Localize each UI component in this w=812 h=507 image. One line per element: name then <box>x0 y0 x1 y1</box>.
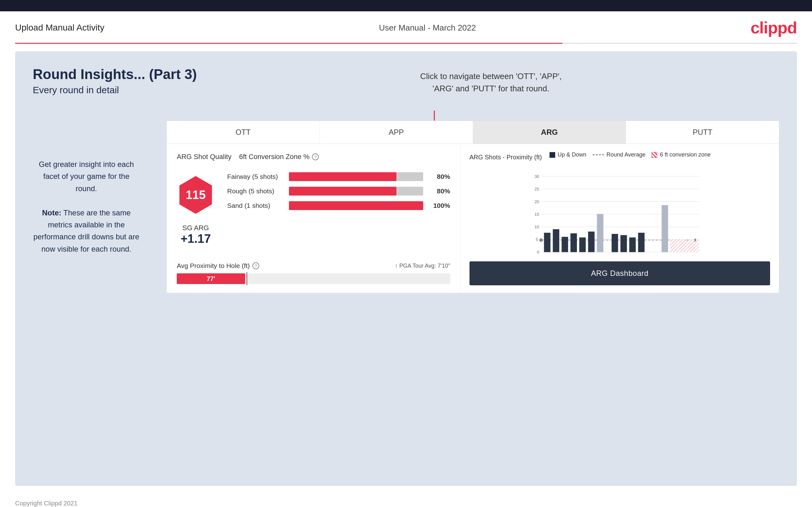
tab-arg[interactable]: ARG <box>473 121 626 144</box>
legend-dashed-icon <box>593 154 604 155</box>
arg-shots-header: ARG Shots - Proximity (ft) Up & Down Rou… <box>469 152 770 163</box>
svg-rect-31 <box>661 205 668 252</box>
svg-text:20: 20 <box>535 199 539 204</box>
arg-header: ARG Shot Quality 6ft Conversion Zone % ? <box>177 153 450 161</box>
bar-pct-sand: 100% <box>428 202 450 210</box>
legend-square-icon <box>550 152 555 158</box>
svg-rect-26 <box>597 214 603 252</box>
insight-text-1: Get greater insight into each facet of y… <box>39 160 134 193</box>
svg-rect-34 <box>688 240 695 252</box>
tabs-row: OTT APP ARG PUTT <box>167 121 779 144</box>
svg-rect-30 <box>638 233 645 252</box>
bar-container-rough <box>289 187 423 195</box>
shot-label-fairway: Fairway (5 shots) <box>227 173 284 180</box>
svg-point-18 <box>539 238 543 242</box>
proximity-bar-container: 77' <box>177 273 450 284</box>
page-title: Round Insights... (Part 3) <box>33 66 779 82</box>
arg-zone-label: 6ft Conversion Zone % ? <box>239 153 319 161</box>
shot-row: Rough (5 shots) 80% <box>227 187 450 195</box>
tab-ott[interactable]: OTT <box>167 121 320 144</box>
legend-item-updown: Up & Down <box>550 152 587 158</box>
tab-putt[interactable]: PUTT <box>626 121 779 144</box>
arg-quality-label: ARG Shot Quality <box>177 153 232 161</box>
svg-rect-24 <box>579 237 586 252</box>
bar-container-sand <box>289 201 423 210</box>
svg-text:10: 10 <box>535 225 539 229</box>
sg-value: +1.17 <box>181 232 211 246</box>
shot-rows: Fairway (5 shots) 80% Rough (5 shots) <box>227 172 450 210</box>
header-center-label: User Manual - March 2022 <box>379 23 476 33</box>
svg-text:5: 5 <box>536 237 538 242</box>
hex-shape: 115 <box>177 176 215 214</box>
svg-rect-21 <box>553 229 559 252</box>
proximity-section: Avg Proximity to Hole (ft) ? ↑ PGA Tour … <box>177 262 450 284</box>
header-left: Upload Manual Activity <box>15 23 104 33</box>
insight-text: Get greater insight into each facet of y… <box>33 158 140 255</box>
bar-fill-sand <box>289 201 423 210</box>
chart-title: ARG Shots - Proximity (ft) <box>469 154 542 161</box>
chart-legend: Up & Down Round Average 6 ft conversion … <box>550 152 711 158</box>
svg-rect-32 <box>670 240 677 252</box>
bar-fill-rough <box>289 187 396 195</box>
proximity-header: Avg Proximity to Hole (ft) ? ↑ PGA Tour … <box>177 262 450 270</box>
dashboard-panel: OTT APP ARG PUTT ARG Shot Quality 6ft Co… <box>166 121 779 293</box>
panel-body: ARG Shot Quality 6ft Conversion Zone % ?… <box>167 144 779 293</box>
proximity-value: 77' <box>207 275 215 282</box>
legend-updown-label: Up & Down <box>558 152 587 158</box>
shot-label-sand: Sand (1 shots) <box>227 202 284 210</box>
svg-text:15: 15 <box>535 212 539 217</box>
svg-text:0: 0 <box>537 250 539 255</box>
help-icon[interactable]: ? <box>312 153 319 160</box>
chart-area: 0 5 10 15 20 25 30 <box>469 167 770 256</box>
svg-rect-25 <box>588 231 595 252</box>
svg-rect-33 <box>679 240 686 252</box>
hexagon-score: 115 SG ARG +1.17 <box>177 176 215 246</box>
proximity-bar-fill: 77' <box>177 273 245 284</box>
tab-app[interactable]: APP <box>320 121 473 144</box>
bar-fill-fairway <box>289 172 396 181</box>
svg-rect-28 <box>620 235 627 252</box>
bar-pct-rough: 80% <box>428 187 450 195</box>
pga-label: ↑ PGA Tour Avg: 7'10" <box>395 263 450 269</box>
proximity-help-icon[interactable]: ? <box>252 262 259 269</box>
proximity-cursor <box>246 272 247 285</box>
page-subtitle: Every round in detail <box>33 85 779 96</box>
proximity-label: Avg Proximity to Hole (ft) ? <box>177 262 259 270</box>
legend-item-6ft: 6 ft conversion zone <box>652 152 711 158</box>
main-content: Round Insights... (Part 3) Every round i… <box>15 51 797 486</box>
footer: Copyright Clippd 2021 <box>0 494 812 507</box>
upload-title: Upload Manual Activity <box>15 23 104 33</box>
legend-6ft-label: 6 ft conversion zone <box>660 152 711 158</box>
bar-pct-fairway: 80% <box>428 173 450 180</box>
svg-text:25: 25 <box>535 187 539 191</box>
svg-rect-29 <box>629 237 636 252</box>
svg-text:30: 30 <box>535 174 539 179</box>
right-panel: ARG Shots - Proximity (ft) Up & Down Rou… <box>461 144 779 293</box>
insight-note: Note: <box>42 209 61 217</box>
nav-hint-line1: Click to navigate between 'OTT', 'APP', <box>420 71 561 81</box>
svg-rect-20 <box>544 233 551 252</box>
bar-container-fairway <box>289 172 423 181</box>
chart-svg: 0 5 10 15 20 25 30 <box>469 167 770 255</box>
shot-row: Fairway (5 shots) 80% <box>227 172 450 181</box>
top-bar <box>0 0 812 11</box>
shot-label-rough: Rough (5 shots) <box>227 187 284 195</box>
shot-row: Sand (1 shots) 100% <box>227 201 450 210</box>
nav-hint: Click to navigate between 'OTT', 'APP', … <box>420 70 561 95</box>
header: Upload Manual Activity User Manual - Mar… <box>0 11 812 43</box>
header-divider <box>15 43 797 44</box>
svg-rect-23 <box>570 233 577 252</box>
svg-rect-22 <box>561 237 568 252</box>
sg-label: SG ARG <box>183 224 209 232</box>
arg-dashboard-button[interactable]: ARG Dashboard <box>469 261 770 285</box>
svg-rect-27 <box>612 234 618 252</box>
legend-hatch-icon <box>652 152 657 158</box>
legend-roundavg-label: Round Average <box>607 152 646 158</box>
left-panel: ARG Shot Quality 6ft Conversion Zone % ?… <box>167 144 461 293</box>
clippd-logo: clippd <box>751 18 797 37</box>
footer-text: Copyright Clippd 2021 <box>15 500 78 507</box>
legend-item-roundavg: Round Average <box>593 152 646 158</box>
nav-hint-line2: 'ARG' and 'PUTT' for that round. <box>432 84 549 93</box>
